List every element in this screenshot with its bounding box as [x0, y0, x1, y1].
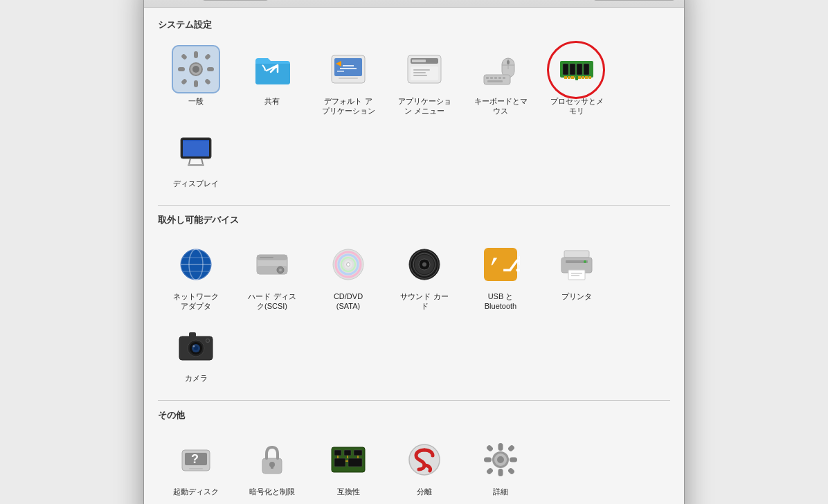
- icon-item-advanced[interactable]: 詳細: [462, 430, 539, 502]
- section-title-other: その他: [158, 409, 670, 422]
- icon-label-default-apps: デフォルト アプリケーション: [322, 96, 375, 116]
- svg-point-126: [497, 456, 504, 463]
- svg-rect-48: [575, 76, 578, 80]
- svg-rect-39: [584, 64, 589, 75]
- icon-label-app-menu: アプリケーション メニュー: [398, 96, 451, 116]
- icon-wrap-printer: [552, 240, 601, 289]
- icon-item-cd-dvd[interactable]: CD/DVD(SATA): [310, 235, 386, 317]
- icon-item-isolation[interactable]: 分離: [386, 430, 462, 502]
- icon-wrap-keyboard-mouse: [476, 45, 525, 93]
- svg-point-63: [279, 269, 282, 271]
- icon-wrap-default-apps: [324, 45, 372, 93]
- cd-dvd-icon: [329, 245, 368, 284]
- icon-item-sound-card[interactable]: サウンド カード: [386, 235, 462, 317]
- svg-point-27: [507, 60, 510, 64]
- icon-item-general[interactable]: 一般: [158, 39, 234, 122]
- keyboard-mouse-icon: [481, 50, 520, 89]
- icon-label-network-adapter: ネットワークアダプタ: [173, 291, 219, 312]
- display-icon: [177, 132, 215, 171]
- icon-label-keyboard-mouse: キーボードとマウス: [474, 96, 528, 116]
- icon-wrap-usb-bluetooth: ⎖ ⎇: [476, 240, 525, 289]
- icon-label-camera: カメラ: [185, 373, 208, 383]
- svg-rect-117: [498, 443, 503, 451]
- add-device-button[interactable]: デバイスを追加...: [593, 0, 676, 1]
- svg-rect-3: [178, 67, 185, 71]
- icon-wrap-cd-dvd: [324, 240, 372, 289]
- svg-rect-86: [571, 273, 582, 274]
- svg-rect-4: [207, 67, 214, 71]
- svg-rect-13: [340, 68, 357, 69]
- svg-rect-122: [507, 444, 515, 452]
- icon-item-camera[interactable]: カメラ: [158, 316, 234, 388]
- icon-item-encryption[interactable]: 暗号化と制限: [234, 430, 310, 502]
- svg-rect-37: [570, 64, 575, 75]
- usb-bluetooth-icon: ⎖ ⎇: [481, 245, 520, 284]
- icon-item-hard-disk[interactable]: ハード ディスク(SCSI): [234, 235, 310, 317]
- icon-item-network-adapter[interactable]: ネットワークアダプタ: [158, 235, 234, 317]
- svg-point-94: [193, 345, 195, 348]
- svg-rect-101: [189, 468, 203, 469]
- isolation-icon: [405, 440, 444, 479]
- svg-rect-50: [183, 140, 209, 156]
- icon-label-processor-memory: プロセッサとメモリ: [550, 96, 604, 116]
- svg-rect-7: [181, 78, 188, 85]
- svg-rect-106: [334, 450, 341, 456]
- system-icons-grid: 一般 共有: [158, 39, 670, 194]
- svg-rect-43: [585, 76, 588, 79]
- svg-rect-64: [260, 257, 273, 258]
- icon-wrap-sound-card: [400, 240, 449, 289]
- svg-rect-5: [181, 53, 188, 60]
- svg-rect-110: [348, 458, 362, 467]
- svg-point-10: [192, 66, 199, 73]
- icon-item-display[interactable]: ディスプレイ: [158, 122, 234, 194]
- icon-wrap-encryption: [248, 435, 296, 484]
- svg-rect-44: [568, 76, 570, 79]
- svg-rect-36: [563, 64, 568, 75]
- icon-label-cd-dvd: CD/DVD(SATA): [334, 291, 363, 312]
- section-divider-2: [158, 400, 670, 401]
- icon-wrap-processor-memory: [552, 45, 601, 93]
- svg-rect-33: [503, 77, 505, 79]
- content-area: システム設定: [144, 8, 684, 504]
- compatibility-icon: [329, 440, 368, 479]
- svg-rect-31: [494, 77, 497, 79]
- icon-item-compatibility[interactable]: 互換性: [310, 430, 386, 502]
- icon-item-startup-disk[interactable]: ? 起動ディスク: [158, 430, 234, 502]
- section-title-system: システム設定: [158, 19, 670, 31]
- svg-rect-23: [413, 75, 427, 76]
- svg-rect-82: [564, 251, 589, 258]
- svg-rect-28: [484, 75, 510, 84]
- svg-rect-95: [189, 332, 196, 338]
- icon-item-app-menu[interactable]: アプリケーション メニュー: [386, 39, 462, 122]
- svg-rect-6: [204, 53, 211, 60]
- svg-rect-47: [588, 76, 591, 79]
- sound-card-icon: [405, 245, 444, 284]
- icon-label-usb-bluetooth: USB とBluetooth: [485, 291, 516, 312]
- icon-wrap-camera: [172, 322, 220, 370]
- svg-rect-29: [486, 77, 489, 79]
- icon-item-sharing[interactable]: 共有: [234, 39, 310, 122]
- icon-wrap-app-menu: [400, 45, 449, 93]
- svg-rect-119: [484, 457, 492, 462]
- svg-rect-41: [571, 76, 574, 79]
- svg-rect-34: [487, 80, 503, 82]
- section-divider-1: [158, 205, 670, 206]
- icon-item-processor-memory[interactable]: プロセッサとメモリ: [539, 39, 615, 122]
- show-all-button[interactable]: すべてを表示: [201, 0, 269, 1]
- svg-text:⎇: ⎇: [502, 254, 520, 276]
- svg-rect-46: [582, 76, 584, 79]
- icon-item-usb-bluetooth[interactable]: ⎖ ⎇ USB とBluetooth: [462, 235, 539, 317]
- icon-wrap-display: [172, 127, 220, 176]
- icon-item-printer[interactable]: プリンタ: [539, 235, 615, 317]
- icon-item-keyboard-mouse[interactable]: キーボードとマウス: [462, 39, 539, 122]
- removable-icons-grid: ネットワークアダプタ ハード ディスク(SCSI): [158, 235, 670, 389]
- icon-wrap-sharing: [248, 45, 296, 93]
- svg-rect-38: [577, 64, 582, 75]
- svg-rect-14: [343, 65, 354, 66]
- icon-item-default-apps[interactable]: デフォルト アプリケーション: [310, 39, 386, 122]
- svg-rect-121: [486, 444, 494, 452]
- icon-wrap-general: [172, 45, 220, 93]
- icon-label-startup-disk: 起動ディスク: [173, 487, 219, 496]
- icon-label-printer: プリンタ: [561, 291, 592, 301]
- icon-label-sharing: 共有: [264, 96, 280, 106]
